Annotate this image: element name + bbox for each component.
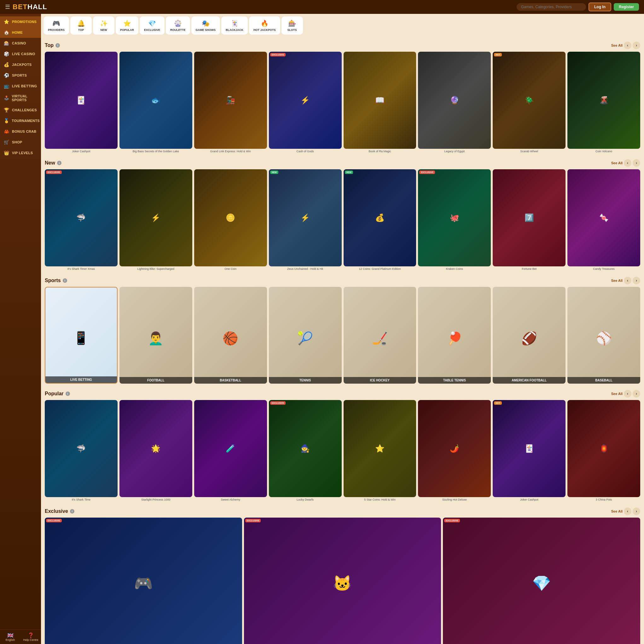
sidebar-item-live-casino[interactable]: 🎲 LIVE CASINO [0, 49, 41, 59]
sport-card-tennis[interactable]: 🎾 Tennis [269, 287, 342, 384]
game-card-cash-gods[interactable]: EXCLUSIVE ⚡ Cash of Gods [269, 52, 342, 153]
tab-popular[interactable]: ⭐ POPULAR [116, 16, 138, 35]
sidebar-item-home[interactable]: 🏠 HOME [0, 27, 41, 38]
sport-card-table-tennis[interactable]: 🏓 Table Tennis [418, 287, 491, 384]
live-betting-art: 📱 [45, 300, 117, 376]
game-card-lucky-dwarfs[interactable]: EXCLUSIVE 🧙 Lucky Dwarfs [269, 400, 342, 501]
popular-prev-button[interactable]: ‹ [624, 390, 631, 397]
login-button[interactable]: Log In [589, 3, 611, 11]
sidebar-item-sports[interactable]: ⚽ SPORTS [0, 70, 41, 81]
sidebar-item-virtual-sports[interactable]: 🕹️ VIRTUAL SPORTS [0, 91, 41, 105]
sidebar-item-label: BONUS CRAB [12, 130, 37, 133]
game-card-sweet-alchemy[interactable]: 🧪 Sweet Alchemy [194, 400, 267, 501]
tab-game-shows[interactable]: 🎭 GAME SHOWS [191, 16, 220, 35]
game-card-fortune-bet[interactable]: 7️⃣ Fortune Bet [493, 169, 566, 270]
popular-section-header: Popular i See All ‹ › [45, 390, 640, 397]
exclusive-next-button[interactable]: › [633, 508, 640, 515]
tab-providers[interactable]: 🎮 PROVIDERS [44, 16, 69, 35]
exclusive-card-3[interactable]: EXCLUSIVE 💎 [443, 518, 640, 644]
new-next-button[interactable]: › [633, 159, 640, 167]
sidebar-item-bonus-crab[interactable]: 🦀 BONUS CRAB [0, 126, 41, 137]
vip-icon: 👑 [4, 150, 9, 155]
sidebar-item-vip-levels[interactable]: 👑 VIP LEVELS [0, 148, 41, 158]
tab-slots[interactable]: 🎰 SLOTS [281, 16, 303, 35]
game-card-book-ra[interactable]: 📖 Book of Ra Magic [344, 52, 416, 153]
sidebar-item-promotions[interactable]: ⭐ PROMOTIONS [0, 16, 41, 27]
sidebar-item-jackpots[interactable]: 💰 JACKPOTS [0, 59, 41, 70]
new-info-icon[interactable]: i [57, 161, 61, 165]
game-card-big-bass[interactable]: 🐟 Big Bass Secrets of the Golden Lake [119, 52, 192, 153]
search-input[interactable] [517, 3, 586, 11]
top-prev-button[interactable]: ‹ [624, 42, 631, 49]
popular-info-icon[interactable]: i [66, 392, 70, 396]
sidebar-item-shop[interactable]: 🛒 SHOP [0, 137, 41, 148]
game-card-12-coins[interactable]: New 💰 12 Coins: Grand Platinum Edition [344, 169, 416, 270]
new-badge: New [345, 171, 353, 174]
tab-new[interactable]: ✨ NEW [93, 16, 114, 35]
header: ☰ BETHALL Log In Register [0, 0, 644, 14]
register-button[interactable]: Register [614, 3, 639, 11]
tab-top[interactable]: 🔔 TOP [70, 16, 92, 35]
game-card-zeus-unchained[interactable]: New ⚡ Zeus Unchained - Hold & Hit [269, 169, 342, 270]
bonus-crab-icon: 🦀 [4, 129, 9, 134]
tab-blackjack[interactable]: 🃏 BLACKJACK [221, 16, 248, 35]
sidebar-item-challenges[interactable]: 🏆 CHALLENGES [0, 105, 41, 115]
language-selector[interactable]: 🇬🇧 English [0, 630, 20, 644]
sport-card-football[interactable]: 👨‍🦱 Football [119, 287, 192, 384]
new-prev-button[interactable]: ‹ [624, 159, 631, 167]
sport-card-american-football[interactable]: 🏈 American Football [493, 287, 566, 384]
popular-next-button[interactable]: › [633, 390, 640, 397]
sport-card-baseball[interactable]: ⚾ Baseball [567, 287, 640, 384]
game-card-3-china-pots[interactable]: 🏮 3 China Pots [567, 400, 640, 501]
exclusive-see-all-button[interactable]: See All [611, 509, 623, 513]
sidebar-item-casino[interactable]: 🎰 CASINO [0, 38, 41, 49]
sport-card-ice-hockey[interactable]: 🏒 Ice Hockey [344, 287, 416, 384]
game-card-5star-coins[interactable]: ⭐ 5 Star Coins: Hold & Win [344, 400, 416, 501]
blackjack-tab-label: BLACKJACK [226, 28, 243, 32]
sports-info-icon[interactable]: i [63, 278, 67, 283]
popular-section-title: Popular i [45, 391, 70, 397]
game-card-shark-time[interactable]: 🦈 It's Shark Time [45, 400, 118, 501]
sport-card-basketball[interactable]: 🏀 Basketball [194, 287, 267, 384]
game-card-one-coin[interactable]: 🪙 One Coin [194, 169, 267, 270]
top-info-icon[interactable]: i [55, 43, 60, 48]
help-centre-button[interactable]: ❓ Help Centre [20, 630, 41, 644]
game-card-lightning-blitz[interactable]: ⚡ Lightning Blitz: Supercharged [119, 169, 192, 270]
sports-next-button[interactable]: › [633, 277, 640, 284]
top-next-button[interactable]: › [633, 42, 640, 49]
game-card-grand-link[interactable]: 🚂 Grand Link Express: Hold & Win [194, 52, 267, 153]
top-see-all-button[interactable]: See All [611, 44, 623, 47]
game-card-kraken-coins[interactable]: EXCLUSIVE 🐙 Kraken Coins [418, 169, 491, 270]
menu-icon[interactable]: ☰ [5, 3, 10, 10]
basketball-art: 🏀 [194, 299, 267, 377]
sport-card-live-betting[interactable]: 📱 Live Betting [45, 287, 118, 384]
tab-hot-jackpots[interactable]: 🔥 HOT JACKPOTS [249, 16, 280, 35]
game-card-legacy-egypt[interactable]: 🔮 Legacy of Egypt [418, 52, 491, 153]
sports-grid: 📱 Live Betting 👨‍🦱 Football 🏀 Basketball [45, 287, 640, 384]
exclusive-prev-button[interactable]: ‹ [624, 508, 631, 515]
game-card-scarab-wheel[interactable]: HOT 🪲 Scarab Wheel [493, 52, 566, 153]
exclusive-card-1[interactable]: EXCLUSIVE 🎮 [45, 518, 242, 644]
sidebar-item-tournaments[interactable]: 🥇 TOURNAMENTS [0, 115, 41, 126]
new-see-all-button[interactable]: See All [611, 161, 623, 165]
game-card-candy-treasures[interactable]: 🍬 Candy Treasures [567, 169, 640, 270]
blackjack-tab-icon: 🃏 [231, 20, 239, 27]
exclusive-info-icon[interactable]: i [70, 509, 74, 513]
game-card-joker-cashpot-popular[interactable]: HOT 🃏 Joker Cashpot [493, 400, 566, 501]
top-tab-icon: 🔔 [77, 20, 85, 27]
game-card-sizzling-hot[interactable]: 🌶️ Sizzling Hot Deluxe [418, 400, 491, 501]
sports-prev-button[interactable]: ‹ [624, 277, 631, 284]
popular-games-grid: 🦈 It's Shark Time 🌟 Starlight Princess 1… [45, 400, 640, 501]
sidebar-item-live-betting[interactable]: 📺 LIVE BETTING [0, 81, 41, 91]
popular-see-all-button[interactable]: See All [611, 392, 623, 396]
virtual-sports-icon: 🕹️ [4, 96, 9, 101]
tab-exclusive[interactable]: 💎 EXCLUSIVE [140, 16, 165, 35]
game-card-shark-xmas[interactable]: EXCLUSIVE 🦈 It's Shark Time! Xmas [45, 169, 118, 270]
sports-see-all-button[interactable]: See All [611, 279, 623, 282]
exclusive-badge: EXCLUSIVE [444, 519, 460, 522]
game-card-joker-cashpot[interactable]: 🃏 Joker Cashpot [45, 52, 118, 153]
game-card-coin-volcano[interactable]: 🌋 Coin Volcano [567, 52, 640, 153]
tab-roulette[interactable]: 🎡 ROULETTE [166, 16, 190, 35]
exclusive-card-2[interactable]: EXCLUSIVE 🐱 [244, 518, 441, 644]
game-card-starlight-princess[interactable]: 🌟 Starlight Princess 1000 [119, 400, 192, 501]
